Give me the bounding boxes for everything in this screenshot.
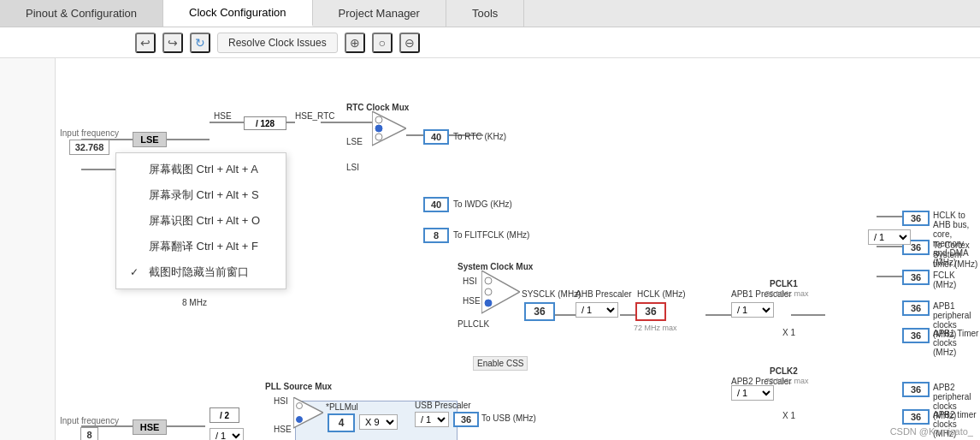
hclk-72mhz-max: 72 MHz max bbox=[634, 324, 677, 332]
ahb-div-select[interactable]: / 1 bbox=[576, 302, 618, 318]
fclk-label: FCLK (MHz) bbox=[933, 271, 980, 289]
context-menu-item-screenshot[interactable]: 屏幕截图 Ctrl + Alt + A bbox=[116, 157, 286, 182]
hse-rtc-label: HSE_RTC bbox=[295, 111, 335, 121]
clock-diagram[interactable]: 屏幕截图 Ctrl + Alt + A 屏幕录制 Ctrl + Alt + S … bbox=[56, 58, 980, 440]
hse-component[interactable]: HSE bbox=[133, 419, 167, 435]
redo-button[interactable]: ↪ bbox=[162, 33, 183, 53]
svg-point-21 bbox=[375, 134, 382, 140]
pclk2-72mhz-max: 72 MHz max bbox=[765, 377, 809, 385]
flitfclk-val-box[interactable]: 8 bbox=[423, 228, 449, 243]
checkmark-hide: ✓ bbox=[130, 266, 142, 278]
apb2-periph-val[interactable]: 36 bbox=[902, 382, 930, 397]
ahb-prescaler-label: AHB Prescaler bbox=[576, 289, 632, 299]
enable-css-label: Enable CSS bbox=[473, 356, 528, 371]
svg-point-19 bbox=[375, 116, 382, 123]
to-rtc-label: To RTC (KHz) bbox=[453, 132, 506, 141]
x1-apb2-label: X 1 bbox=[782, 411, 795, 420]
lsi-mux-label: LSI bbox=[346, 163, 359, 172]
sys-mux-svg bbox=[481, 271, 520, 339]
context-menu-item-translate[interactable]: 屏幕翻译 Ctrl + Alt + F bbox=[116, 234, 286, 259]
sysclk-label: SYSCLK (MHz) bbox=[522, 289, 581, 299]
input-freq-top: Input frequency 32.768 bbox=[60, 128, 119, 155]
pll-x9-select[interactable]: X 9 bbox=[359, 414, 398, 430]
apb1-timer-label: APB1 Timer clocks (MHz) bbox=[933, 329, 980, 357]
pll-mul-box[interactable]: 4 bbox=[328, 413, 355, 432]
pll-source-mux-label: PLL Source Mux bbox=[265, 382, 332, 391]
hse-pll-label: HSE bbox=[274, 425, 292, 434]
apb1-timer-val[interactable]: 36 bbox=[902, 328, 930, 343]
iwdg-val-box[interactable]: 40 bbox=[423, 197, 449, 212]
context-menu: 屏幕截图 Ctrl + Alt + A 屏幕录制 Ctrl + Alt + S … bbox=[115, 152, 286, 289]
pll-div1-select[interactable]: / 1 bbox=[210, 428, 244, 440]
sysclk-val-box[interactable]: 36 bbox=[524, 302, 555, 321]
hclk-ahb-val[interactable]: 36 bbox=[902, 211, 930, 226]
apb2-div-select[interactable]: / 1 bbox=[731, 385, 774, 401]
rtc-mux-svg bbox=[372, 111, 406, 180]
refresh-button[interactable]: ↻ bbox=[190, 33, 210, 53]
lse-component[interactable]: LSE bbox=[133, 132, 167, 147]
usb-prescaler-label: USB Prescaler bbox=[415, 401, 471, 410]
pll-src-mux-svg bbox=[293, 397, 323, 440]
zoom-out-button[interactable]: ⊖ bbox=[399, 33, 420, 53]
to-iwdg-label: To IWDG (KHz) bbox=[453, 199, 512, 209]
context-menu-item-record[interactable]: 屏幕录制 Ctrl + Alt + S bbox=[116, 182, 286, 208]
8mhz-label: 8 MHz bbox=[182, 298, 207, 307]
hclk-val-box[interactable]: 36 bbox=[635, 302, 666, 321]
lse-label: LSE bbox=[140, 134, 158, 145]
cortex-timer-label: To Cortex System timer (MHz) bbox=[933, 241, 980, 269]
csdn-watermark: CSDN @Kamisato_ bbox=[890, 426, 973, 437]
svg-point-28 bbox=[297, 417, 303, 423]
apb1-periph-val[interactable]: 36 bbox=[902, 300, 930, 316]
hsi-sys-label: HSI bbox=[463, 276, 477, 286]
to-flitfclk-label: To FLITFCLK (MHz) bbox=[453, 230, 529, 240]
pclk1-36mhz-max: 36 MHz max bbox=[765, 289, 809, 298]
input-freq-bottom: Input frequency 8 4-16 MHz bbox=[60, 416, 119, 440]
hsi-pll-label: HSI bbox=[274, 396, 288, 406]
div128-label: / 128 bbox=[256, 119, 275, 128]
hse-bottom-label: HSE bbox=[140, 422, 160, 432]
undo-button[interactable]: ↩ bbox=[135, 33, 156, 53]
svg-point-24 bbox=[485, 288, 492, 295]
pll-div2-component: / 2 bbox=[210, 407, 239, 423]
hse-top-label: HSE bbox=[214, 111, 232, 121]
apb2-timer-val[interactable]: 36 bbox=[902, 409, 930, 425]
input-freq-top-value[interactable]: 32.768 bbox=[69, 140, 110, 155]
x1-apb1-label: X 1 bbox=[782, 328, 795, 337]
context-menu-item-recognize[interactable]: 屏幕识图 Ctrl + Alt + O bbox=[116, 208, 286, 234]
fclk-val[interactable]: 36 bbox=[902, 270, 930, 285]
rtc-val-box[interactable]: 40 bbox=[423, 129, 449, 145]
tab-clock[interactable]: Clock Configuration bbox=[163, 0, 312, 27]
reset-zoom-button[interactable]: ○ bbox=[372, 33, 393, 53]
pll-mul-label: *PLLMul bbox=[326, 402, 358, 412]
resolve-clock-button[interactable]: Resolve Clock Issues bbox=[217, 33, 338, 53]
hse-sys-label: HSE bbox=[463, 296, 481, 306]
toolbar: ↩ ↪ ↻ Resolve Clock Issues ⊕ ○ ⊖ bbox=[0, 27, 980, 58]
usb-val-box[interactable]: 36 bbox=[453, 412, 479, 427]
input-freq-bottom-value[interactable]: 8 bbox=[80, 427, 97, 440]
svg-marker-26 bbox=[293, 397, 323, 428]
tab-tools[interactable]: Tools bbox=[446, 0, 524, 27]
left-sidebar bbox=[0, 58, 56, 440]
to-usb-label: To USB (MHz) bbox=[481, 413, 536, 423]
svg-point-25 bbox=[485, 300, 492, 306]
svg-point-27 bbox=[297, 403, 303, 409]
usb-div-select[interactable]: / 1 bbox=[415, 412, 449, 427]
input-freq-top-label: Input frequency bbox=[60, 128, 119, 138]
svg-point-20 bbox=[375, 125, 382, 132]
div128-component: / 128 bbox=[244, 116, 286, 130]
context-menu-item-hide-window[interactable]: ✓ 截图时隐藏当前窗口 bbox=[116, 259, 286, 285]
svg-point-23 bbox=[485, 277, 492, 284]
tab-project[interactable]: Project Manager bbox=[313, 0, 446, 27]
hclk-label: HCLK (MHz) bbox=[637, 289, 686, 299]
main-content: 屏幕截图 Ctrl + Alt + A 屏幕录制 Ctrl + Alt + S … bbox=[0, 58, 980, 440]
pclk2-label: PCLK2 bbox=[770, 366, 798, 376]
apb1-div-select-2[interactable]: / 1 bbox=[868, 229, 911, 245]
tab-pinout[interactable]: Pinout & Configuration bbox=[0, 0, 163, 27]
input-freq-bottom-label: Input frequency bbox=[60, 416, 119, 425]
top-navigation: Pinout & Configuration Clock Configurati… bbox=[0, 0, 980, 27]
pclk1-label: PCLK1 bbox=[770, 279, 798, 288]
apb1-div-select[interactable]: / 1 bbox=[731, 302, 774, 318]
zoom-in-button[interactable]: ⊕ bbox=[345, 33, 365, 53]
lse-mux-label: LSE bbox=[346, 137, 363, 146]
